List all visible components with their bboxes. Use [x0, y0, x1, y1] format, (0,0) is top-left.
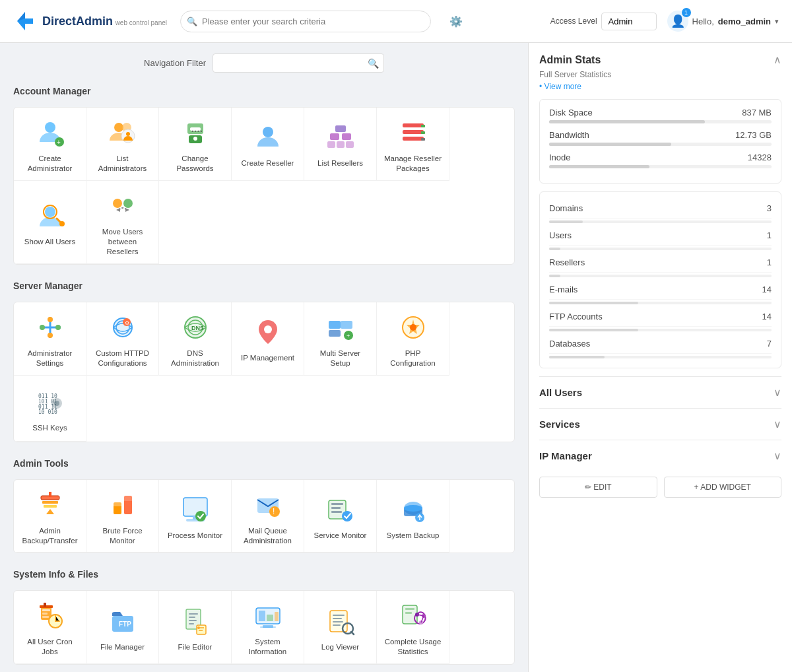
admin-tools-section: Admin Tools Admin Backup/Transfer Brute …	[13, 458, 515, 554]
server-manager-section: Server Manager Administrator Settings ⚙ …	[13, 281, 515, 442]
svg-text:+: +	[57, 139, 61, 146]
services-section: Services ∨	[539, 408, 781, 440]
system-info-label: System Information	[237, 637, 298, 657]
svg-point-47	[264, 325, 272, 333]
card-mail-queue[interactable]: ! Mail Queue Administration	[232, 480, 304, 553]
card-system-backup[interactable]: System Backup	[377, 480, 449, 553]
emails-value: 14	[762, 285, 772, 294]
disk-space-row: Disk Space 837 MB	[549, 108, 772, 118]
user-area[interactable]: 👤 1 Hello, demo_admin ▾	[667, 11, 779, 32]
card-brute-force[interactable]: Brute Force Monitor	[86, 480, 159, 553]
move-users-icon	[107, 190, 139, 222]
card-cron-jobs[interactable]: All User Cron Jobs	[14, 591, 86, 664]
domains-bar-bg	[549, 220, 772, 223]
users-label: Users	[549, 230, 572, 240]
svg-text:!: !	[273, 507, 275, 516]
all-users-section: All Users ∨	[539, 376, 781, 408]
databases-bar-fill	[549, 356, 605, 358]
search-input[interactable]	[180, 11, 431, 32]
logo-title: DirectAdmin	[42, 15, 113, 28]
list-resellers-label: List Resellers	[317, 158, 363, 168]
card-create-admin[interactable]: + Create Administrator	[14, 108, 86, 181]
card-manage-reseller-packages[interactable]: Manage Reseller Packages	[377, 108, 449, 181]
logo-text: DirectAdmin web control panel	[42, 15, 167, 28]
admin-stats-collapse-icon[interactable]: ∧	[774, 53, 781, 66]
server-manager-title: Server Manager	[13, 281, 515, 294]
system-backup-label: System Backup	[387, 531, 440, 541]
access-level-select[interactable]: Admin Reseller User	[601, 13, 657, 30]
disk-space-value: 837 MB	[742, 108, 772, 118]
domains-value: 3	[767, 203, 772, 213]
file-editor-icon	[180, 605, 211, 637]
full-server-label: Full Server Statistics	[539, 70, 781, 79]
svg-text:⚙: ⚙	[125, 320, 129, 326]
multi-server-label: Multi Server Setup	[310, 349, 371, 368]
svg-rect-113	[333, 618, 342, 619]
admin-backup-label: Admin Backup/Transfer	[19, 526, 81, 546]
svg-point-39	[55, 325, 61, 330]
view-more-link[interactable]: • View more	[539, 82, 781, 91]
svg-rect-120	[405, 612, 412, 614]
ip-manager-header[interactable]: IP Manager ∨	[539, 440, 781, 471]
svg-point-2	[45, 122, 55, 133]
edit-button[interactable]: ✏ EDIT	[539, 477, 657, 498]
svg-point-54	[410, 324, 416, 331]
svg-rect-15	[335, 125, 346, 132]
svg-rect-100	[189, 623, 194, 624]
nav-filter-input[interactable]	[213, 53, 384, 73]
ftp-bar-fill	[549, 329, 638, 331]
admin-stats-title: Admin Stats	[539, 54, 601, 66]
card-process-monitor[interactable]: Process Monitor	[159, 480, 232, 553]
change-passwords-label: Change Passwords	[164, 154, 226, 174]
svg-rect-88	[42, 609, 50, 611]
svg-rect-79	[331, 507, 341, 509]
disk-space-label: Disk Space	[549, 108, 593, 118]
services-header[interactable]: Services ∨	[539, 409, 781, 440]
card-php-config[interactable]: PHP Configuration	[377, 302, 449, 376]
card-custom-httpd[interactable]: ⚙ Custom HTTPD Configurations	[86, 302, 159, 376]
user-name: demo_admin	[718, 17, 771, 26]
php-config-label: PHP Configuration	[382, 349, 444, 368]
all-users-title: All Users	[539, 387, 582, 398]
card-log-viewer[interactable]: Log Viewer	[304, 591, 377, 664]
access-level-label: Access Level	[550, 17, 597, 26]
domains-bar-fill	[549, 220, 583, 223]
ip-manager-collapse-icon: ∨	[774, 450, 781, 462]
settings-icon[interactable]: ⚙️	[449, 15, 463, 28]
left-content: Navigation Filter 🔍 Account Manager + Cr…	[0, 43, 528, 672]
databases-row: Databases 7	[549, 334, 772, 354]
svg-rect-69	[124, 496, 132, 501]
header: DirectAdmin web control panel 🔍 ⚙️ Acces…	[0, 0, 792, 43]
svg-rect-50	[329, 330, 341, 337]
ip-management-icon	[252, 316, 284, 348]
card-list-resellers[interactable]: List Resellers	[304, 108, 377, 181]
card-multi-server[interactable]: + Multi Server Setup	[304, 302, 377, 376]
card-service-monitor[interactable]: Service Monitor	[304, 480, 377, 553]
card-admin-settings[interactable]: Administrator Settings	[14, 302, 86, 376]
card-complete-usage[interactable]: Complete Usage Statistics	[377, 591, 449, 664]
svg-text:FTP: FTP	[119, 621, 131, 628]
nav-filter-bar: Navigation Filter 🔍	[13, 53, 515, 73]
card-dns-admin[interactable]: DNS DNS Administration	[159, 302, 232, 376]
nav-filter-label: Navigation Filter	[144, 58, 206, 68]
cron-jobs-label: All User Cron Jobs	[19, 637, 81, 657]
system-info-section: System Info & Files All User Cron Jobs F…	[13, 569, 515, 665]
card-show-all-users[interactable]: Show All Users	[14, 181, 86, 264]
count-stats-card: Domains 3 Users 1 Resellers 1 E-mails 14	[539, 191, 781, 368]
card-file-manager[interactable]: FTP File Manager	[86, 591, 159, 664]
all-users-collapse-icon: ∨	[774, 386, 781, 399]
card-ssh-keys[interactable]: 011 10101 01011 1110 010 SSH Keys	[14, 376, 86, 442]
all-users-header[interactable]: All Users ∨	[539, 377, 781, 408]
svg-rect-48	[329, 321, 341, 329]
card-move-users[interactable]: Move Users between Resellers	[86, 181, 159, 264]
add-widget-button[interactable]: + ADD WIDGET	[664, 477, 782, 498]
card-admin-backup[interactable]: Admin Backup/Transfer	[14, 480, 86, 553]
dns-admin-icon: DNS	[180, 312, 211, 343]
card-system-info[interactable]: System Information	[232, 591, 304, 664]
card-change-passwords[interactable]: ● ● ● ● Change Passwords	[159, 108, 232, 181]
card-list-admins[interactable]: List Administrators	[86, 108, 159, 181]
card-ip-management[interactable]: IP Management	[232, 302, 304, 376]
card-file-editor[interactable]: File Editor	[159, 591, 232, 664]
php-config-icon	[397, 312, 429, 343]
card-create-reseller[interactable]: Create Reseller	[232, 108, 304, 181]
